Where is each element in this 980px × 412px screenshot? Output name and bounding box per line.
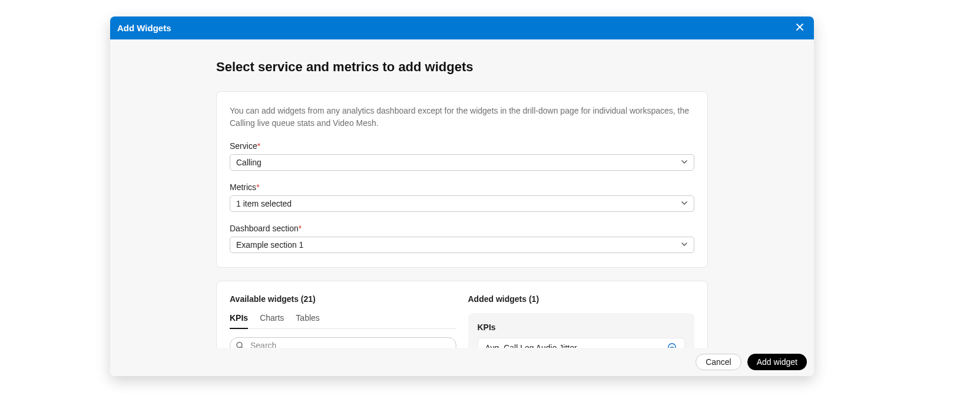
dashboard-section-label-text: Dashboard section xyxy=(230,224,299,233)
available-widgets-column: Available widgets (21) KPIs Charts Table… xyxy=(230,294,456,348)
service-value: Calling xyxy=(236,158,261,167)
dashboard-section-label: Dashboard section* xyxy=(230,224,694,233)
dashboard-section-select[interactable]: Example section 1 xyxy=(230,237,694,253)
tab-kpis[interactable]: KPIs xyxy=(230,313,248,329)
added-widgets-title: Added widgets (1) xyxy=(468,294,695,304)
close-button[interactable] xyxy=(793,21,807,35)
widget-tabs: KPIs Charts Tables xyxy=(230,313,456,329)
added-widget-label: Avg. Call Leg Audio Jitter xyxy=(485,343,577,348)
minus-circle-icon xyxy=(667,343,677,348)
service-label: Service* xyxy=(230,141,694,151)
added-section-title: KPIs xyxy=(478,323,686,332)
required-mark: * xyxy=(299,224,302,233)
dashboard-section-value: Example section 1 xyxy=(236,240,303,250)
added-widgets-column: Added widgets (1) KPIs Avg. Call Leg Aud… xyxy=(468,294,695,348)
modal-footer: Cancel Add widget xyxy=(110,348,814,376)
modal-title: Add Widgets xyxy=(117,23,171,33)
remove-widget-button[interactable] xyxy=(667,343,677,348)
required-mark: * xyxy=(256,182,259,192)
modal-body: Select service and metrics to add widget… xyxy=(110,39,814,348)
tab-tables[interactable]: Tables xyxy=(296,313,319,329)
modal-header: Add Widgets xyxy=(110,16,814,39)
added-widget-item: Avg. Call Leg Audio Jitter xyxy=(478,338,686,348)
page-heading: Select service and metrics to add widget… xyxy=(216,59,708,75)
close-icon xyxy=(795,22,804,34)
search-icon xyxy=(236,341,244,348)
info-text: You can add widgets from any analytics d… xyxy=(230,105,694,129)
add-widget-button[interactable]: Add widget xyxy=(747,354,807,370)
metrics-select[interactable]: 1 item selected xyxy=(230,195,694,212)
required-mark: * xyxy=(257,141,260,151)
chevron-down-icon xyxy=(681,199,688,208)
metrics-value: 1 item selected xyxy=(236,199,292,208)
metrics-label: Metrics* xyxy=(230,182,694,192)
search-wrapper xyxy=(230,337,456,348)
metrics-label-text: Metrics xyxy=(230,182,256,192)
service-select[interactable]: Calling xyxy=(230,154,694,171)
available-widgets-title: Available widgets (21) xyxy=(230,294,456,304)
added-widgets-panel: KPIs Avg. Call Leg Audio Jitter xyxy=(468,313,695,348)
widgets-panel: Available widgets (21) KPIs Charts Table… xyxy=(216,281,708,348)
chevron-down-icon xyxy=(681,158,688,167)
tab-charts[interactable]: Charts xyxy=(260,313,284,329)
service-label-text: Service xyxy=(230,141,257,151)
selection-panel: You can add widgets from any analytics d… xyxy=(216,91,708,268)
search-input[interactable] xyxy=(230,337,456,348)
svg-line-3 xyxy=(241,347,244,348)
add-widgets-modal: Add Widgets Select service and metrics t… xyxy=(110,16,814,376)
chevron-down-icon xyxy=(681,240,688,250)
cancel-button[interactable]: Cancel xyxy=(696,354,741,370)
